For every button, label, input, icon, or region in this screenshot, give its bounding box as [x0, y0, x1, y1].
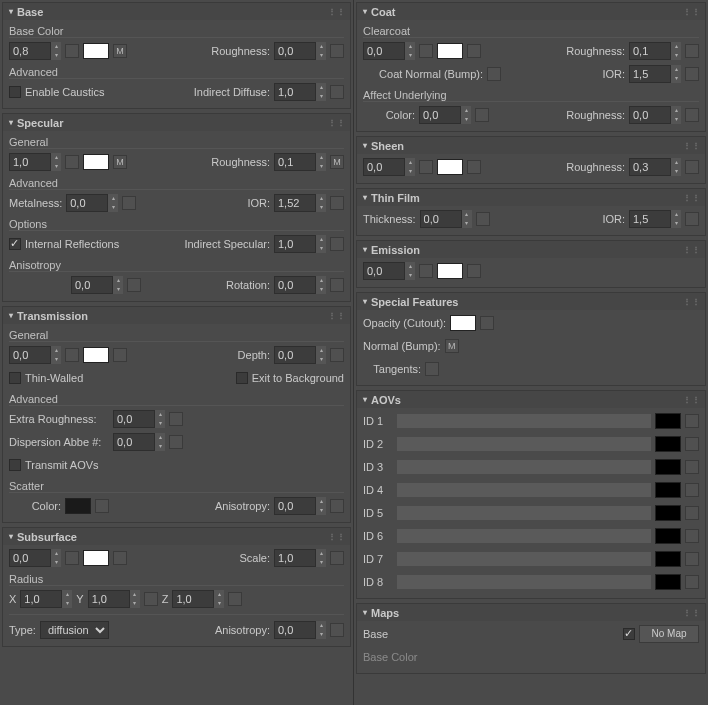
sss-color-map[interactable]: [113, 551, 127, 565]
coat-color-map[interactable]: [467, 44, 481, 58]
aov-color-swatch[interactable]: [655, 413, 681, 429]
coat-ior-map[interactable]: [685, 67, 699, 81]
depth-map[interactable]: [330, 348, 344, 362]
base-weight-map[interactable]: [65, 44, 79, 58]
base-color-map[interactable]: M: [113, 44, 127, 58]
base-color-swatch[interactable]: [83, 43, 109, 59]
aov-name-input[interactable]: [397, 529, 651, 543]
specular-weight-map[interactable]: [65, 155, 79, 169]
base-roughness-spinner[interactable]: ▴▾: [274, 42, 326, 60]
metalness-spinner[interactable]: ▴▾: [66, 194, 118, 212]
type-dropdown[interactable]: diffusion: [40, 621, 109, 639]
coat-roughness-spinner[interactable]: ▴▾: [629, 42, 681, 60]
aov-color-swatch[interactable]: [655, 482, 681, 498]
thickness-map[interactable]: [476, 212, 490, 226]
rollout-base-header[interactable]: ▾ Base ⋮⋮: [3, 3, 350, 20]
transmission-weight-map[interactable]: [65, 348, 79, 362]
aov-color-swatch[interactable]: [655, 551, 681, 567]
radius-y-spinner[interactable]: ▴▾: [88, 590, 140, 608]
anisotropy-map[interactable]: [127, 278, 141, 292]
rollout-maps-header[interactable]: ▾ Maps ⋮⋮: [357, 604, 705, 621]
affect-roughness-spinner[interactable]: ▴▾: [629, 106, 681, 124]
rollout-thinfilm-header[interactable]: ▾ Thin Film ⋮⋮: [357, 189, 705, 206]
internal-reflections-checkbox[interactable]: [9, 238, 21, 250]
depth-spinner[interactable]: ▴▾: [274, 346, 326, 364]
emission-weight-map[interactable]: [419, 264, 433, 278]
aov-color-swatch[interactable]: [655, 574, 681, 590]
aov-name-input[interactable]: [397, 506, 651, 520]
coat-ior-spinner[interactable]: ▴▾: [629, 65, 681, 83]
exit-bg-checkbox[interactable]: [236, 372, 248, 384]
aov-name-input[interactable]: [397, 460, 651, 474]
specular-color-swatch[interactable]: [83, 154, 109, 170]
sss-weight-map[interactable]: [65, 551, 79, 565]
opacity-swatch[interactable]: [450, 315, 476, 331]
aov-name-input[interactable]: [397, 437, 651, 451]
rotation-map[interactable]: [330, 278, 344, 292]
rollout-aovs-header[interactable]: ▾ AOVs ⋮⋮: [357, 391, 705, 408]
aov-map-slot[interactable]: [685, 460, 699, 474]
affect-color-map[interactable]: [475, 108, 489, 122]
indirect-diffuse-spinner[interactable]: ▴▾: [274, 83, 326, 101]
sheen-color-swatch[interactable]: [437, 159, 463, 175]
extra-roughness-spinner[interactable]: ▴▾: [113, 410, 165, 428]
rotation-spinner[interactable]: ▴▾: [274, 276, 326, 294]
metalness-map[interactable]: [122, 196, 136, 210]
indirect-diffuse-map[interactable]: [330, 85, 344, 99]
aov-map-slot[interactable]: [685, 552, 699, 566]
rollout-coat-header[interactable]: ▾ Coat ⋮⋮: [357, 3, 705, 20]
coat-weight-spinner[interactable]: ▴▾: [363, 42, 415, 60]
affect-roughness-map[interactable]: [685, 108, 699, 122]
aov-color-swatch[interactable]: [655, 528, 681, 544]
sheen-roughness-spinner[interactable]: ▴▾: [629, 158, 681, 176]
transmission-color-swatch[interactable]: [83, 347, 109, 363]
extra-roughness-map[interactable]: [169, 412, 183, 426]
thinfilm-ior-map[interactable]: [685, 212, 699, 226]
affect-color-spinner[interactable]: ▴▾: [419, 106, 471, 124]
sheen-color-map[interactable]: [467, 160, 481, 174]
enable-caustics-checkbox[interactable]: [9, 86, 21, 98]
aov-map-slot[interactable]: [685, 414, 699, 428]
scatter-aniso-map[interactable]: [330, 499, 344, 513]
emission-color-map[interactable]: [467, 264, 481, 278]
coat-normal-map[interactable]: [487, 67, 501, 81]
base-roughness-map[interactable]: [330, 44, 344, 58]
coat-color-swatch[interactable]: [437, 43, 463, 59]
rollout-emission-header[interactable]: ▾ Emission ⋮⋮: [357, 241, 705, 258]
aov-color-swatch[interactable]: [655, 436, 681, 452]
abbe-map[interactable]: [169, 435, 183, 449]
sss-aniso-spinner[interactable]: ▴▾: [274, 621, 326, 639]
aov-map-slot[interactable]: [685, 529, 699, 543]
thickness-spinner[interactable]: ▴▾: [420, 210, 472, 228]
ior-spinner[interactable]: ▴▾: [274, 194, 326, 212]
sheen-weight-map[interactable]: [419, 160, 433, 174]
aov-name-input[interactable]: [397, 552, 651, 566]
coat-roughness-map[interactable]: [685, 44, 699, 58]
transmit-aovs-checkbox[interactable]: [9, 459, 21, 471]
specular-roughness-spinner[interactable]: ▴▾: [274, 153, 326, 171]
scatter-color-map[interactable]: [95, 499, 109, 513]
rollout-special-header[interactable]: ▾ Special Features ⋮⋮: [357, 293, 705, 310]
emission-color-swatch[interactable]: [437, 263, 463, 279]
emission-weight-spinner[interactable]: ▴▾: [363, 262, 415, 280]
rollout-sheen-header[interactable]: ▾ Sheen ⋮⋮: [357, 137, 705, 154]
indirect-specular-map[interactable]: [330, 237, 344, 251]
radius-z-map[interactable]: [228, 592, 242, 606]
radius-z-spinner[interactable]: ▴▾: [172, 590, 224, 608]
scatter-aniso-spinner[interactable]: ▴▾: [274, 497, 326, 515]
transmission-color-map[interactable]: [113, 348, 127, 362]
aov-map-slot[interactable]: [685, 575, 699, 589]
rollout-transmission-header[interactable]: ▾ Transmission ⋮⋮: [3, 307, 350, 324]
sheen-weight-spinner[interactable]: ▴▾: [363, 158, 415, 176]
sss-aniso-map[interactable]: [330, 623, 344, 637]
scatter-color-swatch[interactable]: [65, 498, 91, 514]
aov-map-slot[interactable]: [685, 483, 699, 497]
radius-y-map[interactable]: [144, 592, 158, 606]
aov-map-slot[interactable]: [685, 506, 699, 520]
coat-weight-map[interactable]: [419, 44, 433, 58]
opacity-map[interactable]: [480, 316, 494, 330]
thin-walled-checkbox[interactable]: [9, 372, 21, 384]
specular-color-map[interactable]: M: [113, 155, 127, 169]
radius-x-spinner[interactable]: ▴▾: [20, 590, 72, 608]
aov-color-swatch[interactable]: [655, 505, 681, 521]
